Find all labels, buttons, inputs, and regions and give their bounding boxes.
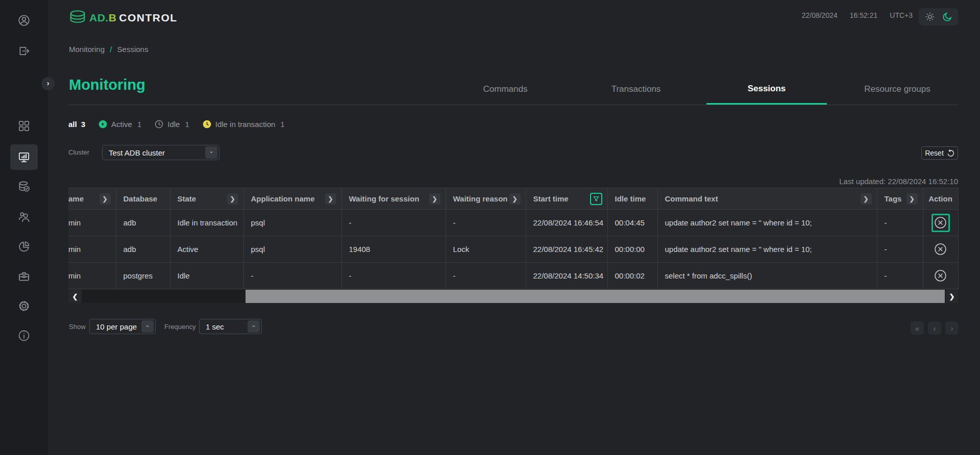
- chevron-right-icon[interactable]: [861, 193, 872, 205]
- filter-idle[interactable]: Idle 1: [155, 120, 189, 129]
- cancel-session-icon: [934, 243, 947, 256]
- dashboard-grid-icon[interactable]: [10, 113, 38, 139]
- column-waiting-reason: Waiting reason: [446, 188, 526, 210]
- moon-icon[interactable]: [941, 11, 953, 23]
- cell-database: adb: [116, 236, 170, 263]
- cell-action: [923, 210, 958, 236]
- clock-filled-icon: [203, 120, 211, 129]
- filter-all[interactable]: all 3: [68, 120, 85, 129]
- cell-waiting-reason: -: [446, 263, 526, 289]
- scroll-right-icon[interactable]: [946, 290, 958, 303]
- sidebar-expand-button[interactable]: [41, 77, 55, 90]
- user-profile-icon[interactable]: [10, 8, 38, 33]
- cell-idle-time: 00:00:00: [607, 236, 657, 263]
- cancel-session-button[interactable]: [932, 267, 950, 285]
- sidebar: [0, 0, 48, 455]
- cell-username: min: [68, 236, 116, 263]
- logo-text-ad: AD.: [89, 12, 109, 23]
- theme-toggle[interactable]: [919, 8, 959, 26]
- filter-count: 1: [185, 120, 189, 129]
- filter-all-label: all: [68, 120, 77, 129]
- cell-username: min: [68, 210, 116, 236]
- filter-active[interactable]: Active 1: [99, 120, 141, 129]
- settings-gear-icon[interactable]: [10, 293, 38, 319]
- previous-page-button[interactable]: [928, 321, 941, 335]
- clock: 22/08/2024 16:52:21 UTC+3: [802, 11, 913, 19]
- cell-state: Idle in transaction: [170, 210, 243, 236]
- tab-sessions[interactable]: Sessions: [706, 74, 827, 105]
- reset-button-label: Reset: [925, 149, 944, 157]
- logout-icon[interactable]: [10, 38, 38, 64]
- clock-date: 22/08/2024: [802, 11, 838, 19]
- tab-transactions[interactable]: Transactions: [576, 74, 696, 105]
- chevron-right-icon[interactable]: [509, 193, 521, 205]
- sun-icon[interactable]: [924, 11, 936, 23]
- filter-idle-in-transaction[interactable]: Idle in transaction 1: [203, 120, 285, 129]
- chevron-right-icon[interactable]: [906, 193, 918, 205]
- cancel-session-button[interactable]: [932, 214, 950, 232]
- reset-button[interactable]: Reset: [921, 146, 958, 160]
- tab-resource-groups[interactable]: Resource groups: [837, 74, 958, 105]
- chevron-right-icon[interactable]: [227, 193, 238, 205]
- show-per-page-select[interactable]: 10 per page: [89, 319, 156, 334]
- users-icon[interactable]: [10, 204, 38, 230]
- frequency-label: Frequency: [164, 323, 195, 331]
- scroll-left-icon[interactable]: [68, 290, 82, 303]
- column-action: Action: [923, 188, 958, 210]
- column-application-name: Application name: [243, 188, 341, 210]
- play-circle-icon: [99, 120, 107, 129]
- column-tags: Tags: [877, 188, 923, 210]
- cell-tags: -: [877, 210, 923, 236]
- breadcrumb-section[interactable]: Monitoring: [69, 45, 105, 54]
- page-title: Monitoring: [69, 77, 145, 93]
- frequency-value: 1 sec: [200, 322, 248, 331]
- reset-icon: [947, 149, 954, 157]
- cell-waiting-reason: Lock: [446, 236, 526, 263]
- title-row: Monitoring Commands Transactions Session…: [68, 61, 958, 105]
- cell-idle-time: 00:04:45: [607, 210, 657, 236]
- cancel-session-button[interactable]: [932, 240, 950, 259]
- cell-database: adb: [116, 210, 170, 236]
- column-database: Database: [116, 188, 170, 210]
- column-state: State: [170, 188, 243, 210]
- chevron-down-icon: [205, 146, 217, 159]
- clock-timezone: UTC+3: [890, 11, 913, 19]
- session-state-filters: all 3 Active 1 Idle 1 Idle in transactio…: [68, 117, 285, 131]
- info-icon[interactable]: [10, 323, 38, 348]
- cell-action: [923, 263, 958, 289]
- database-check-icon[interactable]: [10, 174, 38, 199]
- chevron-down-icon: [248, 320, 260, 333]
- cell-idle-time: 00:00:02: [607, 263, 657, 289]
- frequency-select[interactable]: 1 sec: [199, 319, 262, 334]
- pie-chart-icon[interactable]: [10, 234, 38, 259]
- cell-action: [923, 236, 958, 263]
- scrollbar-thumb[interactable]: [246, 290, 945, 303]
- cell-start-time: 22/08/2024 16:46:54: [526, 210, 607, 236]
- tab-commands[interactable]: Commands: [445, 74, 566, 105]
- chevron-right-icon[interactable]: [429, 193, 440, 205]
- cluster-select[interactable]: Test ADB cluster: [102, 145, 219, 160]
- cell-start-time: 22/08/2024 14:50:34: [526, 263, 607, 289]
- filter-label: Idle in transaction: [215, 120, 276, 129]
- cell-waiting-for-session: 19408: [341, 236, 446, 263]
- monitoring-icon[interactable]: [10, 144, 38, 170]
- chevron-right-icon[interactable]: [100, 193, 111, 205]
- next-page-button[interactable]: [945, 321, 959, 335]
- filter-all-count: 3: [81, 120, 85, 129]
- breadcrumb-separator: /: [110, 45, 112, 54]
- column-start-time: Start time: [526, 188, 607, 210]
- cell-command-text: select * from adcc_spills(): [657, 263, 877, 289]
- chevron-right-icon[interactable]: [325, 193, 336, 205]
- first-page-button[interactable]: [911, 321, 924, 335]
- clock-time: 16:52:21: [850, 11, 878, 19]
- breadcrumb-page[interactable]: Sessions: [117, 45, 149, 54]
- chevron-down-icon: [141, 320, 154, 333]
- cell-username: min: [68, 263, 116, 289]
- logo-text-control: CONTROL: [119, 12, 177, 23]
- filter-funnel-icon[interactable]: [590, 193, 602, 205]
- cell-start-time: 22/08/2024 16:45:42: [526, 236, 607, 263]
- last-updated-text: Last updated: 22/08/2024 16:52:10: [839, 177, 958, 186]
- briefcase-icon[interactable]: [10, 264, 38, 289]
- cell-tags: -: [877, 236, 923, 263]
- clock-outline-icon: [155, 120, 163, 129]
